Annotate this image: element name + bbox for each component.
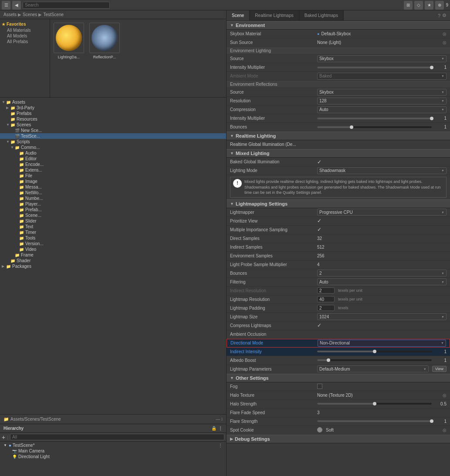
tree-extens[interactable]: 📁 Extens... — [0, 167, 226, 173]
section-realtime-lighting[interactable]: ▼ Realtime Lighting — [227, 132, 450, 140]
tree-resources[interactable]: 📁 Resources — [0, 116, 226, 122]
compress-lm-label: Compress Lightmaps — [230, 323, 317, 328]
tree-prefabs[interactable]: 📁 Prefabs — [0, 111, 226, 116]
lm-size-dropdown[interactable]: 1024 — [317, 313, 447, 320]
kebab-icon[interactable]: ⋮ — [218, 426, 223, 431]
albedo-boost-slider[interactable] — [317, 359, 432, 361]
tree-file[interactable]: 📁 File — [0, 173, 226, 179]
refl-intensity-thumb[interactable] — [430, 117, 433, 120]
lighting-mode-dropdown[interactable]: Shadowmask — [317, 167, 447, 174]
tree-test-scene[interactable]: 🎬 TestSce... — [0, 133, 226, 139]
tree-version[interactable]: 📁 Version... — [0, 241, 226, 246]
tree-player[interactable]: 📁 Player... — [0, 201, 226, 207]
tree-prefab2[interactable]: 📁 Prefab... — [0, 207, 226, 213]
hier-main-camera[interactable]: 📷 Main Camera — [2, 448, 224, 454]
spot-cookie-target-icon[interactable]: ◎ — [443, 428, 447, 432]
tree-frame[interactable]: 📁 Frame — [0, 252, 226, 258]
lm-padding-field[interactable] — [317, 305, 335, 311]
tree-common[interactable]: ▼ 📁 Commo... — [0, 145, 226, 150]
tree-tools[interactable]: 📁 Tools — [0, 235, 226, 241]
ambient-mode-dropdown[interactable]: Baked — [317, 73, 447, 80]
env-bounces-thumb[interactable] — [350, 125, 353, 129]
refl-intensity-slider[interactable] — [317, 118, 432, 119]
tree-scenes[interactable]: ▼ 📁 Scenes — [0, 122, 226, 128]
tree-timer[interactable]: 📁 Timer — [0, 230, 226, 235]
compression-dropdown[interactable]: Auto — [317, 106, 447, 113]
tree-scripts[interactable]: ▼ 📁 Scripts — [0, 139, 226, 145]
add-hier-icon[interactable]: + — [2, 434, 5, 441]
halo-strength-thumb[interactable] — [373, 402, 376, 405]
back-icon[interactable]: ◀ — [12, 1, 21, 10]
cloud-icon[interactable]: ◇ — [414, 1, 423, 10]
hierarchy-search[interactable] — [10, 434, 224, 440]
lm-bounces-dropdown[interactable]: 2 — [317, 270, 447, 277]
tree-audio[interactable]: 📁 Audio — [0, 150, 226, 156]
hier-directional-light[interactable]: 💡 Directional Light — [2, 454, 224, 459]
lightmapper-dropdown[interactable]: Progressive CPU — [317, 209, 447, 216]
fav-all-materials[interactable]: All Materials — [0, 27, 50, 33]
tree-packages[interactable]: ▶ 📁 Packages — [0, 263, 226, 269]
tree-numbe[interactable]: 📁 Numbe... — [0, 196, 226, 201]
env-bounces-slider[interactable] — [317, 126, 432, 128]
indirect-res-field[interactable] — [317, 287, 335, 294]
halo-strength-slider[interactable] — [317, 403, 432, 405]
tree-text[interactable]: 📁 Text — [0, 224, 226, 230]
indirect-intensity-thumb[interactable] — [373, 350, 376, 353]
tree-scene2[interactable]: 📁 Scene... — [0, 213, 226, 218]
albedo-boost-thumb[interactable] — [327, 358, 330, 362]
breadcrumb-assets[interactable]: Assets — [3, 12, 17, 17]
indirect-intensity-slider[interactable] — [317, 351, 432, 352]
directional-mode-dropdown[interactable]: Non-Directional — [318, 340, 446, 347]
tree-slider[interactable]: 📁 Slider — [0, 218, 226, 224]
skybox-target-icon[interactable]: ◎ — [443, 31, 447, 36]
flare-strength-slider[interactable] — [317, 420, 432, 422]
section-environment[interactable]: ▼ Environment — [227, 21, 450, 30]
filtering-dropdown[interactable]: Auto — [317, 278, 447, 285]
collab-icon[interactable]: ⊞ — [404, 1, 413, 10]
fog-checkbox[interactable] — [317, 384, 322, 389]
hier-options-icon[interactable]: ⋮ — [218, 443, 223, 448]
fav-all-prefabs[interactable]: All Prefabs — [0, 39, 50, 44]
help-icon[interactable]: ? — [438, 13, 440, 18]
section-lightmapping[interactable]: ▼ Lightmapping Settings — [227, 199, 450, 208]
layers-icon[interactable]: ⊕ — [435, 1, 444, 10]
tree-image[interactable]: 📁 Image — [0, 179, 226, 184]
tree-shader[interactable]: 📁 Shader — [0, 258, 226, 263]
asset-thumb-lighting[interactable]: LightingDa... — [54, 23, 84, 59]
intensity-slider[interactable] — [317, 67, 432, 68]
hier-testscene[interactable]: ▼ ● TestScene* ⋮ — [2, 442, 224, 448]
section-debug-settings[interactable]: ▶ Debug Settings — [227, 435, 450, 443]
global-search-input[interactable] — [23, 2, 110, 9]
tree-3rdparty[interactable]: ▶ 📁 3rd-Party — [0, 105, 226, 111]
resolution-dropdown[interactable]: 128 — [317, 98, 447, 105]
section-other-settings[interactable]: ▼ Other Settings — [227, 374, 450, 382]
intensity-slider-thumb[interactable] — [430, 66, 433, 69]
lm-params-view-btn[interactable]: View — [432, 366, 447, 372]
tab-baked-lightmaps[interactable]: Baked Lightmaps — [299, 10, 344, 20]
tree-editor[interactable]: 📁 Editor — [0, 156, 226, 162]
lm-params-dropdown[interactable]: Default-Medium — [317, 365, 429, 372]
asset-thumb-reflection[interactable]: ReflectionP... — [89, 23, 120, 59]
tree-video[interactable]: 📁 Video — [0, 246, 226, 252]
breadcrumb-scenes[interactable]: Scenes — [23, 12, 37, 17]
tree-assets[interactable]: ▼ 📁 Assets — [0, 99, 226, 105]
lm-res-field[interactable] — [317, 296, 335, 302]
refl-source-dropdown[interactable]: Skybox — [317, 89, 447, 96]
star-icon[interactable]: ★ — [425, 1, 433, 10]
menu-icon[interactable]: ☰ — [2, 1, 10, 10]
tree-new-scene[interactable]: 🎬 New Sce... — [0, 128, 226, 133]
tab-scene[interactable]: Scene — [227, 10, 250, 20]
halo-texture-target-icon[interactable]: ◎ — [443, 393, 447, 398]
tree-netwo[interactable]: 📁 NetWo... — [0, 190, 226, 196]
settings-icon[interactable]: ⚙ — [442, 13, 447, 18]
tree-messa[interactable]: 📁 Messa... — [0, 184, 226, 190]
tab-realtime-lightmaps[interactable]: Realtime Lightmaps — [250, 10, 299, 20]
section-mixed-lighting[interactable]: ▼ Mixed Lighting — [227, 149, 450, 158]
flare-strength-thumb[interactable] — [430, 419, 433, 423]
breadcrumb-testscene[interactable]: TestScene — [43, 12, 64, 17]
tree-encode[interactable]: 📁 Encode... — [0, 162, 226, 167]
fav-all-models[interactable]: All Models — [0, 33, 50, 39]
lock-icon[interactable]: 🔒 — [211, 426, 217, 431]
sun-source-target-icon[interactable]: ◎ — [443, 40, 447, 45]
env-source-dropdown[interactable]: Skybox — [317, 55, 447, 62]
